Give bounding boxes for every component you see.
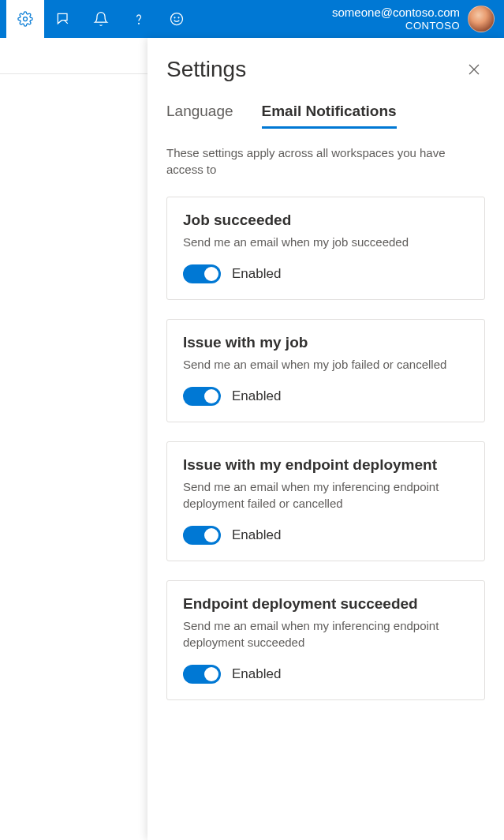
topbar-right: someone@contoso.com CONTOSO	[332, 6, 498, 32]
svg-point-4	[178, 17, 179, 18]
bell-icon[interactable]	[82, 0, 120, 38]
user-email: someone@contoso.com	[332, 6, 460, 20]
topbar: someone@contoso.com CONTOSO	[0, 0, 504, 38]
toggle-label: Enabled	[232, 388, 281, 404]
svg-point-1	[139, 23, 140, 24]
svg-point-2	[171, 13, 183, 25]
toggle-row: Enabled	[183, 264, 469, 283]
svg-point-3	[174, 17, 175, 18]
toggle-issue-endpoint[interactable]	[183, 526, 221, 545]
toggle-row: Enabled	[183, 387, 469, 406]
card-desc: Send me an email when my job succeeded	[183, 234, 469, 250]
toggle-row: Enabled	[183, 526, 469, 545]
toggle-knob	[204, 667, 218, 681]
panel-title: Settings	[166, 57, 246, 82]
toggle-job-succeeded[interactable]	[183, 264, 221, 283]
toggle-knob	[204, 528, 218, 542]
card-endpoint-succeeded: Endpoint deployment succeeded Send me an…	[166, 580, 485, 700]
avatar[interactable]	[468, 6, 495, 32]
panel-header: Settings	[166, 57, 485, 82]
toggle-issue-job[interactable]	[183, 387, 221, 406]
toggle-label: Enabled	[232, 666, 281, 682]
close-button[interactable]	[463, 58, 485, 81]
feedback-icon[interactable]	[44, 0, 82, 38]
user-text: someone@contoso.com CONTOSO	[332, 6, 460, 32]
tab-email-notifications[interactable]: Email Notifications	[262, 103, 397, 129]
card-desc: Send me an email when my inferencing end…	[183, 617, 469, 651]
close-icon	[468, 63, 480, 76]
toggle-endpoint-succeeded[interactable]	[183, 665, 221, 684]
card-desc: Send me an email when my job failed or c…	[183, 356, 469, 373]
user-org: CONTOSO	[332, 20, 460, 32]
settings-panel: Settings Language Email Notifications Th…	[147, 38, 504, 840]
card-title: Job succeeded	[183, 212, 469, 229]
toggle-label: Enabled	[232, 527, 281, 543]
svg-point-0	[24, 17, 28, 21]
tab-language[interactable]: Language	[166, 103, 233, 129]
toggle-label: Enabled	[232, 266, 281, 282]
tabs: Language Email Notifications	[166, 103, 485, 129]
card-title: Issue with my endpoint deployment	[183, 456, 469, 474]
card-title: Endpoint deployment succeeded	[183, 595, 469, 613]
card-issue-endpoint: Issue with my endpoint deployment Send m…	[166, 441, 485, 561]
card-desc: Send me an email when my inferencing end…	[183, 478, 469, 512]
toggle-knob	[204, 267, 218, 281]
settings-gear-icon[interactable]	[6, 0, 44, 38]
card-issue-job: Issue with my job Send me an email when …	[166, 319, 485, 422]
card-job-succeeded: Job succeeded Send me an email when my j…	[166, 197, 485, 300]
topbar-left	[6, 0, 196, 38]
help-icon[interactable]	[120, 0, 158, 38]
toggle-row: Enabled	[183, 665, 469, 684]
card-title: Issue with my job	[183, 334, 469, 351]
info-text: These settings apply across all workspac…	[166, 144, 485, 178]
toggle-knob	[204, 389, 218, 403]
smile-icon[interactable]	[158, 0, 196, 38]
